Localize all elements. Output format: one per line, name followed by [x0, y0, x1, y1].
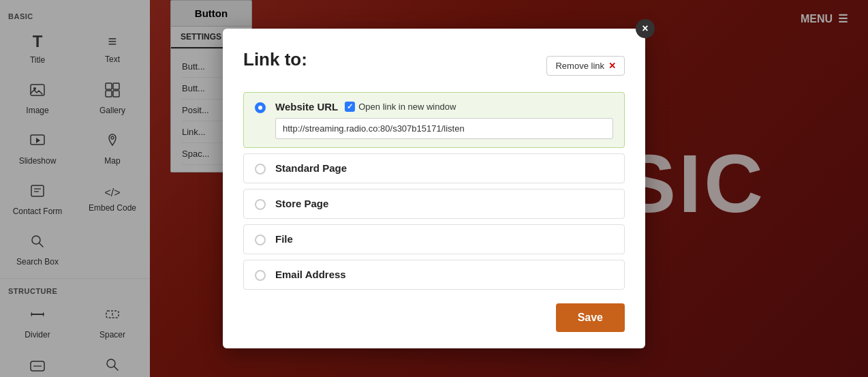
modal-title: Link to:	[243, 49, 307, 70]
save-button[interactable]: Save	[556, 303, 625, 332]
modal-overlay: × Link to: Remove link ✕ Website URL Ope…	[0, 0, 868, 377]
modal-close-button[interactable]: ×	[636, 19, 655, 38]
open-new-window-checkbox[interactable]	[345, 102, 355, 112]
open-new-window-label: Open link in new window	[358, 102, 456, 112]
link-to-modal: × Link to: Remove link ✕ Website URL Ope…	[223, 29, 645, 348]
store-page-radio	[255, 199, 266, 210]
remove-link-icon: ✕	[608, 61, 616, 71]
file-radio	[255, 235, 266, 245]
file-label: File	[275, 233, 613, 245]
link-option-file[interactable]: File	[243, 224, 625, 254]
store-page-label: Store Page	[275, 198, 613, 209]
email-radio	[255, 270, 266, 281]
modal-header-row: Link to: Remove link ✕	[243, 49, 625, 82]
website-url-title: Website URL Open link in new window	[275, 101, 613, 112]
website-url-radio	[255, 102, 266, 113]
remove-link-label: Remove link	[555, 61, 604, 71]
open-new-window-row: Open link in new window	[345, 102, 456, 112]
link-option-store-page[interactable]: Store Page	[243, 189, 625, 219]
link-option-website-url[interactable]: Website URL Open link in new window	[243, 92, 625, 148]
link-option-email-address[interactable]: Email Address	[243, 260, 625, 290]
website-url-content: Website URL Open link in new window	[275, 101, 613, 139]
remove-link-button[interactable]: Remove link ✕	[546, 56, 625, 76]
standard-page-label: Standard Page	[275, 162, 613, 174]
link-option-standard-page[interactable]: Standard Page	[243, 153, 625, 183]
url-input[interactable]	[275, 118, 613, 139]
standard-page-radio	[255, 164, 266, 175]
email-address-label: Email Address	[275, 269, 613, 280]
